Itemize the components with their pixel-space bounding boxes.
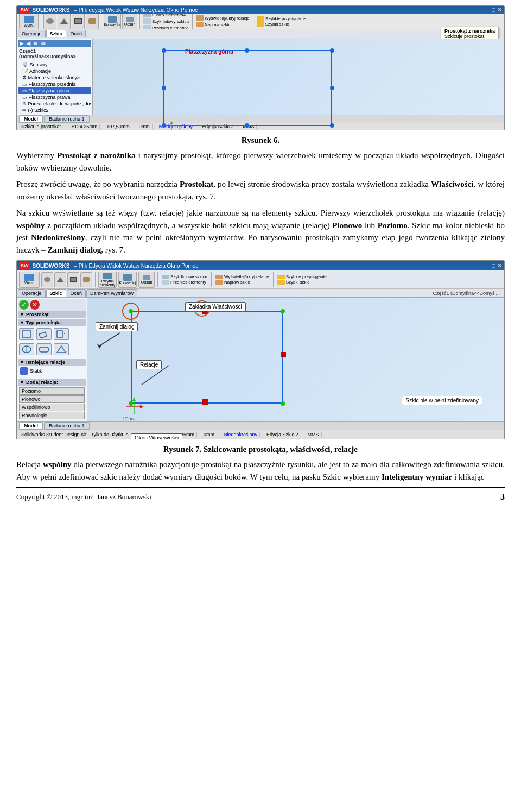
tb2-btn-d[interactable]	[80, 272, 92, 287]
callout-relacje-text: Relacje	[140, 362, 158, 368]
sep2-3	[211, 272, 212, 287]
szybkie-group: Szybkie przyciąganie Szybki szkic	[256, 16, 307, 27]
lustro-group: Lustro elementów Szyk liniowy szkicu Prz…	[142, 14, 190, 29]
type-btn-3[interactable]	[54, 328, 69, 340]
btn-wspoliniowo[interactable]: Współliniowo	[19, 404, 85, 411]
bold-niedodef: Niedookreślony	[31, 233, 85, 242]
tooltip-desc-1: Szkicuje prostokąt.	[444, 34, 495, 39]
status-szkicuje: Szkicuje prostokąt.	[19, 124, 65, 129]
bold-prostokat-2: Prostokąt	[180, 180, 213, 188]
tab-dampert-2[interactable]: DamPert Wymiarów	[86, 289, 137, 297]
gora-label: *Góra	[123, 416, 136, 421]
svg-line-19	[98, 333, 120, 347]
type-btn-5[interactable]	[36, 343, 52, 355]
tb-btn-4[interactable]	[86, 14, 99, 29]
tab-szkic-2[interactable]: Szkic	[46, 289, 66, 297]
panel-type-row-2	[18, 342, 86, 357]
canvas-2: X *Góra Zamknij dialog Zakładka Właśc	[87, 298, 504, 421]
svg-rect-6	[22, 331, 31, 337]
tb-btn-3[interactable]	[72, 14, 85, 29]
sw-logo-1: SW	[19, 7, 30, 13]
wywietl-group: Wyświetlaj/ukryj relacje Napraw szkic	[195, 15, 251, 27]
canvas-label-1: Płaszczyzna górna	[185, 49, 233, 55]
type-btn-1[interactable]	[19, 328, 34, 340]
sep2-1	[95, 272, 96, 287]
panel-header-prostokat: ▼Prostokąt	[18, 311, 86, 318]
type-btn-4[interactable]	[19, 343, 34, 355]
figure2-screenshot: SW SOLIDWORKS – Plik Edycja Widok Wstaw …	[16, 260, 505, 439]
callout-relacje-box: Relacje	[136, 360, 162, 369]
bold-zamknij: Zamknij dialog	[47, 246, 101, 254]
green-dot-br	[281, 401, 285, 406]
titlebar-controls-1: ─ □ ✕	[486, 7, 502, 14]
sep2-4	[273, 272, 274, 287]
canvas-1: X Y Płaszczyzna górna	[93, 39, 504, 115]
titlebar-controls-2: ─ □ ✕	[486, 262, 502, 269]
tree-plaszczyzna-gorna[interactable]: ▭ Płaszczyzna górna	[18, 87, 91, 94]
tab-ocen-1[interactable]: Oceń	[67, 30, 86, 37]
btn-pionowo[interactable]: Pionowo	[19, 395, 85, 403]
tb2-btn-c[interactable]	[67, 272, 79, 287]
tab-model-1[interactable]: Model	[19, 115, 43, 123]
status2-edycja: Edycja Szkic 2	[264, 432, 301, 437]
sep-2	[101, 14, 101, 29]
tb2-inteligentny[interactable]: Wym.	[19, 272, 40, 288]
toolbar-row2-1: Wym. Przytnij elementy Konwertuj Odsun	[17, 270, 504, 288]
mid-right	[330, 86, 334, 90]
svg-line-9	[62, 332, 66, 335]
relacje-buttons: Poziomo Pionowo Współliniowo Równoległe	[18, 386, 86, 420]
figure1-screenshot: SW SOLIDWORKS – Plik edycja Widok Wstaw …	[16, 5, 505, 130]
tab-badanie-2[interactable]: Badanie ruchu 1	[44, 422, 90, 430]
tb2-btn-b[interactable]	[54, 272, 66, 287]
panel-icons-1: ▶◀⊕✉	[18, 40, 91, 47]
corner-tr	[330, 48, 334, 53]
tooltip-title-1: Prostokąt z narożnika	[444, 28, 495, 34]
titlebar-2: SW SOLIDWORKS – Plik Edycja Widok Wstaw …	[17, 261, 504, 270]
footer-divider	[16, 487, 505, 488]
accept-checkmark[interactable]: ✓	[19, 300, 29, 310]
svg-marker-3	[170, 121, 173, 124]
statik-label: Statik	[30, 368, 42, 374]
svg-marker-17	[132, 397, 136, 401]
copyright-text: Copyright © 2013, mgr inż. Janusz Bonaro…	[16, 493, 151, 501]
tb2-btn-a[interactable]	[41, 272, 53, 287]
sep2-2	[157, 272, 158, 287]
status2-info: Solidworks Student Design Kit - Tylko do…	[19, 432, 135, 437]
svg-marker-13	[57, 346, 66, 353]
svg-rect-12	[39, 347, 49, 352]
tab-szkic-1[interactable]: Szkic	[46, 30, 66, 37]
tab-ocen-2[interactable]: Oceń	[67, 289, 86, 297]
svg-rect-7	[39, 332, 47, 339]
callout-okno-box: Okno Właściwości	[131, 433, 182, 439]
tb-btn-odsuN[interactable]: Odsun	[122, 14, 137, 29]
callout-niezdefinowany-box: Szkic nie w pełni zdefiniowany	[402, 396, 482, 405]
tb-btn-1[interactable]	[43, 14, 56, 29]
panel-header-typ: ▼Typ prostokąta	[18, 319, 86, 326]
callout-zamknij-box: Zamknij dialog	[96, 322, 138, 331]
tb2-konwertuj[interactable]: Konwertuj	[118, 272, 137, 288]
cancel-x[interactable]: ✕	[30, 300, 40, 310]
panel-header-dodaj: ▼Dodaj relacje:	[18, 379, 86, 386]
sketch-rect-1	[163, 50, 332, 126]
tab-operacje-1[interactable]: Operacje	[18, 30, 46, 37]
szybkie-group-2: Szybkie przyciąganie Szybki szkic	[276, 274, 328, 285]
type-btn-2[interactable]	[36, 328, 52, 340]
type-btn-6[interactable]	[54, 343, 69, 355]
bold-pionowo: Pionowo	[332, 221, 362, 230]
btn-rownolegle[interactable]: Równoległe	[19, 412, 85, 419]
para4: Relacja wspólny dla pierwszego narożnika…	[16, 458, 505, 483]
tab-model-2[interactable]: Model	[19, 422, 43, 430]
status2-mms: MMS	[306, 432, 322, 437]
red-sq-right	[281, 352, 286, 357]
btn-poziomo[interactable]: Poziomo	[19, 387, 85, 395]
tb-btn-konwertuj[interactable]: Konwertuj	[104, 14, 121, 29]
tab-badanie-1[interactable]: Badanie ruchu 1	[44, 115, 90, 123]
tb2-przytnij[interactable]: Przytnij elementy	[98, 272, 117, 288]
tb-btn-2[interactable]	[58, 14, 71, 29]
tab-operacje-2[interactable]: Operacje	[18, 289, 46, 297]
toolbar-btn-inteligentny[interactable]: Wym.	[19, 14, 39, 29]
sw-logo-2: SW	[19, 262, 30, 269]
titlebar-text-2: SOLIDWORKS	[33, 263, 70, 269]
tb2-odsun[interactable]: Odsun	[138, 272, 155, 288]
status-x: +124.25mm	[69, 124, 100, 129]
